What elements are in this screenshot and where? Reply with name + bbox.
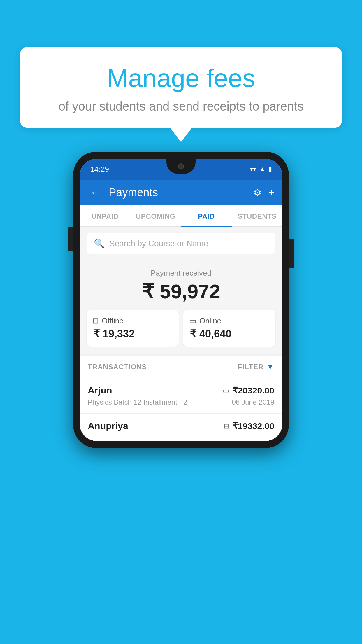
status-bar: 14:29 ▾▾ ▲ ▮: [80, 159, 282, 180]
bubble-subtitle: of your students and send receipts to pa…: [34, 99, 328, 113]
offline-icon: ⊟: [92, 316, 99, 326]
payment-cards: ⊟ Offline ₹ 19,332 ▭ Online ₹ 40,640: [87, 310, 275, 346]
online-card-header: ▭ Online: [189, 316, 270, 326]
search-container: 🔍 Search by Course or Name: [80, 227, 282, 260]
page-title: Payments: [109, 186, 247, 199]
transaction-date: 06 June 2019: [232, 398, 274, 406]
transaction-description: Physics Batch 12 Installment - 2: [88, 398, 187, 406]
tab-unpaid[interactable]: UNPAID: [80, 205, 130, 226]
phone-outer: 14:29 ▾▾ ▲ ▮ ← Payments ⚙ +: [73, 152, 289, 448]
wifi-icon: ▾▾: [250, 165, 256, 173]
tabs-bar: UNPAID UPCOMING PAID STUDENTS: [80, 205, 282, 227]
offline-label: Offline: [102, 316, 124, 326]
tab-upcoming[interactable]: UPCOMING: [130, 205, 181, 226]
table-row[interactable]: Arjun ▭ ₹20320.00 Physics Batch 12 Insta…: [80, 378, 282, 414]
transaction-right: ▭ ₹20320.00: [223, 385, 274, 396]
battery-icon: ▮: [268, 165, 272, 173]
offline-payment-icon: ⊟: [224, 422, 229, 430]
transaction-amount: ₹19332.00: [232, 421, 274, 431]
search-input[interactable]: Search by Course or Name: [109, 239, 208, 248]
bubble-title: Manage fees: [34, 64, 328, 92]
transactions-header: TRANSACTIONS FILTER ▼: [80, 356, 282, 378]
offline-card: ⊟ Offline ₹ 19,332: [87, 310, 179, 346]
online-card: ▭ Online ₹ 40,640: [183, 310, 275, 346]
payment-received-label: Payment received: [87, 269, 275, 278]
status-icons: ▾▾ ▲ ▮: [250, 165, 272, 173]
signal-icon: ▲: [259, 165, 266, 173]
online-amount: ₹ 40,640: [189, 328, 270, 340]
online-payment-icon: ▭: [223, 386, 229, 395]
transaction-top: Arjun ▭ ₹20320.00: [88, 385, 274, 396]
total-payment-amount: ₹ 59,972: [87, 280, 275, 303]
transactions-label: TRANSACTIONS: [88, 363, 147, 371]
search-box[interactable]: 🔍 Search by Course or Name: [87, 233, 275, 254]
filter-label: FILTER: [238, 363, 263, 371]
search-icon: 🔍: [94, 238, 105, 249]
app-header: ← Payments ⚙ +: [80, 180, 282, 205]
notch-cutout: [166, 159, 196, 174]
transaction-bottom: Physics Batch 12 Installment - 2 06 June…: [88, 398, 274, 406]
transaction-right: ⊟ ₹19332.00: [224, 421, 274, 431]
camera-dot: [178, 163, 184, 169]
table-row[interactable]: Anupriya ⊟ ₹19332.00: [80, 414, 282, 441]
tab-paid[interactable]: PAID: [181, 205, 232, 226]
speech-bubble: Manage fees of your students and send re…: [20, 47, 342, 128]
filter-icon: ▼: [266, 362, 274, 371]
payment-summary: Payment received ₹ 59,972 ⊟ Offline ₹ 19…: [80, 260, 282, 354]
phone-mockup: 14:29 ▾▾ ▲ ▮ ← Payments ⚙ +: [73, 152, 289, 448]
add-icon[interactable]: +: [269, 187, 274, 198]
back-button[interactable]: ←: [88, 184, 103, 201]
tab-students[interactable]: STUDENTS: [232, 205, 282, 226]
offline-amount: ₹ 19,332: [92, 328, 173, 340]
transaction-name: Arjun: [88, 385, 112, 396]
transaction-amount: ₹20320.00: [232, 385, 274, 396]
filter-button[interactable]: FILTER ▼: [238, 362, 274, 371]
settings-icon[interactable]: ⚙: [253, 187, 262, 198]
header-actions: ⚙ +: [253, 187, 274, 198]
transaction-top: Anupriya ⊟ ₹19332.00: [88, 421, 274, 431]
online-icon: ▭: [189, 316, 196, 326]
offline-card-header: ⊟ Offline: [92, 316, 173, 326]
transaction-name: Anupriya: [88, 421, 128, 431]
status-time: 14:29: [90, 165, 109, 174]
phone-screen: 14:29 ▾▾ ▲ ▮ ← Payments ⚙ +: [80, 159, 282, 441]
online-label: Online: [199, 316, 221, 326]
